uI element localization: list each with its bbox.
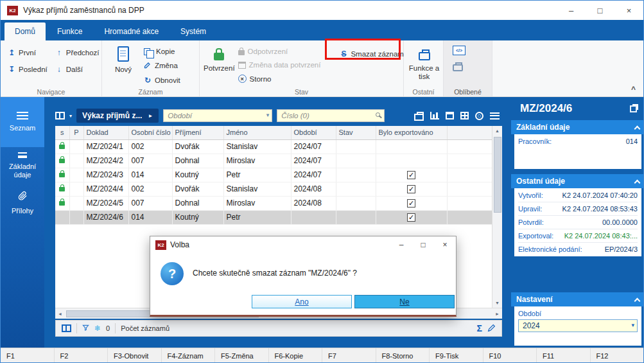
fkey-f9[interactable]: F9-Tisk xyxy=(430,348,483,363)
confirm-label: Potvrzení xyxy=(204,64,235,73)
vertical-scrollbar-thumb[interactable] xyxy=(494,137,501,213)
vertical-scrollbar[interactable]: ▲ ▼ xyxy=(492,126,502,308)
table-row[interactable]: MZ/2024/1 002 Dvořák Stanislav 2024/07 ✓ xyxy=(55,139,492,154)
scroll-down-icon[interactable]: ▼ xyxy=(492,298,502,308)
confirm-button[interactable]: Potvrzení xyxy=(204,44,235,73)
filter-funnel-icon[interactable] xyxy=(82,324,89,333)
print-icon[interactable] xyxy=(414,114,424,121)
period-filter-dropdown-icon[interactable]: ▾ xyxy=(266,112,270,118)
sidebar-item-seznam[interactable]: Seznam xyxy=(1,97,44,147)
sidebar-item-prilohy[interactable]: Přílohy xyxy=(1,184,44,222)
copy-button[interactable]: Kopie xyxy=(141,46,184,57)
sum-icon[interactable]: Σ xyxy=(477,323,482,333)
exported-checkbox[interactable]: ✓ xyxy=(407,171,415,179)
exported-checkbox[interactable]: ✓ xyxy=(407,199,415,208)
fkey-f2[interactable]: F2 xyxy=(55,348,109,363)
panel-layout-icon[interactable] xyxy=(62,324,71,332)
sidebar-item-zakladni-udaje[interactable]: Základní údaje xyxy=(1,147,44,184)
table-row[interactable]: MZ/2024/5 007 Dohnal Miroslav 2024/08 ✓ xyxy=(55,196,492,210)
columns-icon[interactable] xyxy=(460,112,469,120)
change-button[interactable]: Změna xyxy=(141,60,184,71)
tab-domu[interactable]: Domů xyxy=(4,22,46,40)
gear-icon[interactable] xyxy=(475,112,483,120)
copy-icon xyxy=(144,48,150,55)
storno-button[interactable]: ×Storno xyxy=(235,73,324,84)
column-header-stav[interactable]: Stav xyxy=(336,126,376,139)
column-header-p[interactable]: P xyxy=(69,126,83,139)
detail-row: Potvrdil: 00.00.0000 xyxy=(518,216,638,229)
delete-record-button[interactable]: SSmazat záznam xyxy=(336,48,406,60)
open-in-window-icon[interactable] xyxy=(630,105,637,112)
minimize-button[interactable]: – xyxy=(557,1,586,20)
pencil-icon[interactable] xyxy=(487,324,496,333)
favorite-script-button[interactable]: </> xyxy=(453,46,466,55)
view-dropdown-icon[interactable]: ▾ xyxy=(69,113,72,119)
column-header-jmeno[interactable]: Jméno xyxy=(223,126,291,139)
exported-checkbox[interactable]: ✓ xyxy=(407,213,415,222)
dialog-minimize-button[interactable]: – xyxy=(390,236,412,253)
period-filter-input[interactable] xyxy=(163,109,272,122)
column-header-s[interactable]: s xyxy=(55,126,69,139)
ribbon-collapse-button[interactable]: ^ xyxy=(631,85,636,94)
functions-print-button[interactable]: Funkce a tisk xyxy=(408,44,440,81)
tab-hromadne-akce[interactable]: Hromadné akce xyxy=(94,22,169,40)
fkey-f1[interactable]: F1 xyxy=(1,348,55,363)
previous-button[interactable]: ↑Předchozí xyxy=(52,47,103,58)
ribbon-tabbar: Domů Funkce Hromadné akce Systém xyxy=(1,20,643,40)
fkey-f5[interactable]: F5-Změna xyxy=(215,348,269,363)
snowflake-filter-icon[interactable]: ❄ xyxy=(94,324,101,333)
column-header-osobni-cislo[interactable]: Osobní číslo xyxy=(128,126,172,139)
first-button[interactable]: ↥První xyxy=(4,47,51,58)
dialog-maximize-button[interactable]: □ xyxy=(412,236,434,253)
section-nastaveni[interactable]: Nastavení xyxy=(511,292,644,306)
refresh-button[interactable]: ↻Obnovit xyxy=(141,75,184,86)
jmeno-cell: Miroslav xyxy=(223,196,291,210)
scroll-right-icon[interactable]: ► xyxy=(492,309,502,319)
table-row-selected[interactable]: MZ/2024/6 014 Koutný Petr ✓ xyxy=(55,210,492,224)
lock-cell xyxy=(55,154,69,168)
fkey-f12[interactable]: F12 xyxy=(591,348,644,363)
next-button[interactable]: ↓Další xyxy=(52,64,103,75)
table-row[interactable]: MZ/2024/3 014 Koutný Petr 2024/07 ✓ xyxy=(55,168,492,182)
menu-icon[interactable] xyxy=(490,112,500,120)
maximize-button[interactable]: □ xyxy=(586,1,614,20)
column-header-bylo-exportovano[interactable]: Bylo exportováno xyxy=(376,126,447,139)
fkey-f8[interactable]: F8-Storno xyxy=(376,348,430,363)
exported-cell: ✓ xyxy=(376,168,447,182)
new-button[interactable]: Nový xyxy=(106,44,141,74)
column-header-obdobi[interactable]: Období xyxy=(291,126,336,139)
tab-system[interactable]: Systém xyxy=(170,22,216,40)
change-confirm-date-button[interactable]: Změna data potvrzení xyxy=(235,60,324,70)
calendar-icon[interactable] xyxy=(446,112,454,120)
dialog-close-button[interactable]: × xyxy=(434,236,456,253)
fkey-f3[interactable]: F3-Obnovit xyxy=(108,348,162,363)
period-input[interactable] xyxy=(518,319,638,332)
section-ostatni-udaje[interactable]: Ostatní údaje xyxy=(511,174,644,188)
fkey-f4[interactable]: F4-Záznam xyxy=(162,348,216,363)
exported-checkbox[interactable]: ✓ xyxy=(407,185,415,193)
fkey-f11[interactable]: F11 xyxy=(537,348,591,363)
favorite-print-button[interactable] xyxy=(453,64,463,71)
fkey-f7[interactable]: F7 xyxy=(322,348,376,363)
scroll-up-icon[interactable]: ▲ xyxy=(492,126,502,136)
column-header-prijmeni[interactable]: Příjmení xyxy=(172,126,223,139)
tab-funkce[interactable]: Funkce xyxy=(47,22,92,40)
number-filter-input[interactable] xyxy=(277,109,385,122)
no-button[interactable]: Ne xyxy=(354,295,455,308)
fkey-f10[interactable]: F10 xyxy=(483,348,537,363)
column-header-doklad[interactable]: Doklad xyxy=(83,126,128,139)
last-button[interactable]: ↧Poslední xyxy=(4,64,51,75)
yes-button[interactable]: Ano xyxy=(252,295,352,308)
unconfirm-button[interactable]: Odpotvrzení xyxy=(235,46,324,57)
period-dropdown-icon[interactable]: ▾ xyxy=(631,322,634,328)
chart-icon[interactable] xyxy=(430,112,439,120)
scroll-left-icon[interactable]: ◄ xyxy=(55,309,65,319)
table-row[interactable]: MZ/2024/2 007 Dohnal Miroslav 2024/07 ✓ xyxy=(55,154,492,168)
table-row[interactable]: MZ/2024/4 002 Dvořák Stanislav 2024/08 ✓ xyxy=(55,182,492,196)
view-title-pill[interactable]: Výkaz příjmů z... ► xyxy=(76,109,159,123)
book-view-icon[interactable] xyxy=(55,112,65,120)
section-zakladni-udaje[interactable]: Základní údaje xyxy=(511,120,644,134)
close-button[interactable]: × xyxy=(614,1,643,20)
filler-cell xyxy=(447,182,492,196)
fkey-f6[interactable]: F6-Kopie xyxy=(269,348,323,363)
